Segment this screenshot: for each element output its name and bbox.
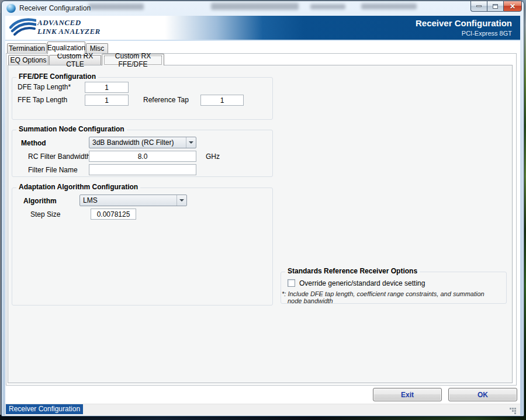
titlebar-smudge xyxy=(310,4,345,9)
footnote-line1: *: Include DFE tap length, coefficient r… xyxy=(282,290,485,297)
ok-button[interactable]: OK xyxy=(448,388,517,401)
tab-equalization[interactable]: Equalization xyxy=(47,41,85,54)
ffe-tap-length-input[interactable] xyxy=(85,95,129,106)
tab-label: Equalization xyxy=(47,44,85,52)
filter-file-name-label: Filter File Name xyxy=(28,166,78,174)
brand-line2: LINK ANALYZER xyxy=(37,27,101,36)
tab-termination[interactable]: Termination xyxy=(7,43,47,53)
reference-tap-label: Reference Tap xyxy=(143,96,189,104)
resize-grip[interactable] xyxy=(510,408,511,409)
exit-button[interactable]: Exit xyxy=(373,388,442,401)
tab-label: EQ Options xyxy=(10,56,46,64)
dfe-tap-length-input[interactable] xyxy=(85,82,129,93)
group-title: FFE/DFE Configuration xyxy=(16,72,98,81)
rc-filter-bandwidth-label: RC Filter Bandwidth* xyxy=(28,152,93,161)
titlebar-smudge xyxy=(211,3,299,10)
filter-file-name-input[interactable] xyxy=(89,164,196,175)
window-title: Receiver Configuration xyxy=(19,4,91,12)
footnote-line2: node bandwidth xyxy=(288,297,333,304)
header-separator xyxy=(5,40,520,41)
step-size-label: Step Size xyxy=(30,210,60,218)
tab-label: Custom RX FFE/DFE xyxy=(102,52,164,68)
group-title: Summation Node Configuration xyxy=(16,125,127,133)
override-device-setting-checkbox[interactable] xyxy=(288,279,295,287)
titlebar-smudge xyxy=(88,4,144,10)
close-icon: ✕ xyxy=(510,3,515,10)
algorithm-dropdown-value: LMS xyxy=(83,196,98,204)
algorithm-dropdown[interactable]: LMS xyxy=(79,195,187,206)
method-dropdown-value: 3dB Bandwidth (RC Filter) xyxy=(92,138,174,147)
brand-line1: ADVANCED xyxy=(37,18,101,27)
tab-label: Termination xyxy=(9,44,45,53)
chevron-down-icon xyxy=(186,137,196,148)
close-button[interactable]: ✕ xyxy=(503,1,522,12)
minimize-icon xyxy=(476,5,482,7)
tab-eq-options[interactable]: EQ Options xyxy=(8,55,49,65)
tab-label: Custom RX CTLE xyxy=(50,52,101,68)
titlebar-smudge xyxy=(361,4,417,9)
header-subtitle: PCI-Express 8GT xyxy=(462,30,512,37)
group-title: Adaptation Algorithm Configuration xyxy=(16,183,140,191)
minimize-button[interactable] xyxy=(470,1,487,12)
ffe-tap-length-label: FFE Tap Length xyxy=(18,96,67,104)
tab-custom-rx-ctle[interactable]: Custom RX CTLE xyxy=(49,55,101,65)
method-dropdown[interactable]: 3dB Bandwidth (RC Filter) xyxy=(89,137,196,148)
status-label: Receiver Configuration xyxy=(6,404,83,414)
header-title: Receiver Configuration xyxy=(416,18,512,28)
rc-filter-bandwidth-unit: GHz xyxy=(206,152,220,161)
screen: Receiver Configuration ✕ ADVANCED LINK A… xyxy=(0,0,526,420)
brand-wave-icon xyxy=(9,18,36,37)
rc-filter-bandwidth-input[interactable] xyxy=(89,151,196,162)
step-size-input[interactable] xyxy=(91,209,136,220)
tab-custom-rx-ffe-dfe[interactable]: Custom RX FFE/DFE xyxy=(102,54,164,65)
maximize-icon xyxy=(493,4,498,9)
method-label: Method xyxy=(21,139,46,147)
chevron-down-icon xyxy=(177,195,186,206)
group-title: Standards Reference Receiver Options xyxy=(285,267,420,275)
reference-tap-input[interactable] xyxy=(200,95,244,106)
brand-name: ADVANCED LINK ANALYZER xyxy=(37,18,101,36)
override-device-setting-label: Override generic/standard device setting xyxy=(299,279,425,287)
algorithm-label: Algorithm xyxy=(23,197,57,205)
maximize-button[interactable] xyxy=(487,1,503,12)
dfe-tap-length-label: DFE Tap Length* xyxy=(18,83,71,91)
app-icon xyxy=(6,4,16,13)
